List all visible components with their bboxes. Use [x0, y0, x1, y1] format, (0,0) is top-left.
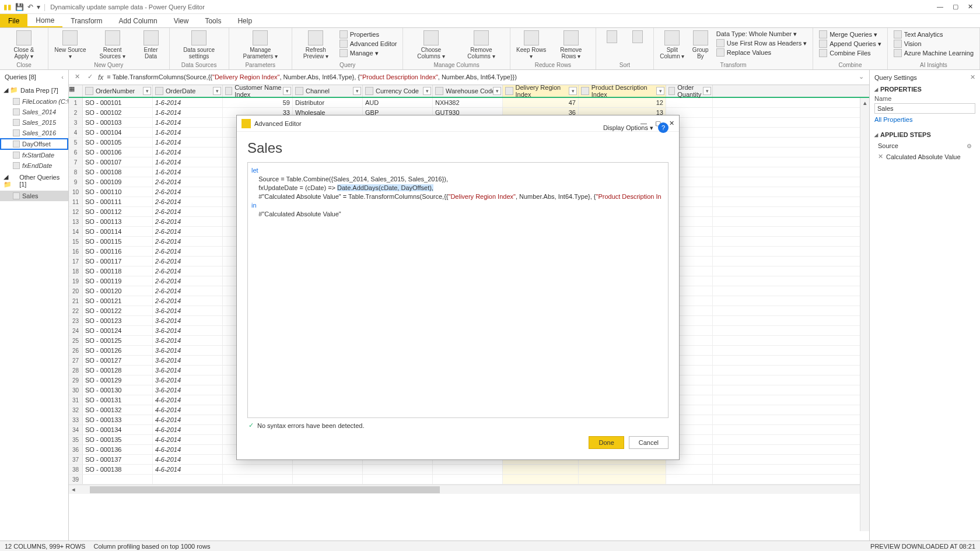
row-number[interactable]: 12	[69, 207, 83, 216]
cell[interactable]: 3-6-2014	[153, 306, 223, 315]
cell[interactable]: SO - 000136	[83, 445, 153, 454]
tab-add-column[interactable]: Add Column	[111, 14, 166, 27]
accept-formula-icon[interactable]: ✓	[85, 73, 94, 82]
column-header-customer-name-index[interactable]: Customer Name Index▾	[223, 85, 293, 97]
cell[interactable]: 4-6-2014	[153, 395, 223, 405]
row-number[interactable]: 15	[69, 237, 83, 246]
row-number[interactable]: 36	[69, 445, 83, 454]
choose-columns-button[interactable]: Choose Columns ▾	[407, 29, 455, 61]
cell[interactable]	[363, 475, 433, 484]
cell[interactable]: 4-6-2014	[153, 465, 223, 474]
cell[interactable]: SO - 000120	[83, 286, 153, 296]
cell[interactable]: SO - 000124	[83, 326, 153, 335]
cell[interactable]: SO - 000133	[83, 415, 153, 424]
step-calc-abs[interactable]: ✕Calculated Absolute Value	[874, 151, 975, 162]
row-number[interactable]: 5	[69, 138, 83, 147]
column-header-channel[interactable]: Channel▾	[293, 85, 363, 97]
cell[interactable]: SO - 000111	[83, 197, 153, 206]
row-number[interactable]: 10	[69, 187, 83, 196]
remove-rows-button[interactable]: Remove Rows ▾	[550, 29, 592, 61]
all-properties-link[interactable]: All Properties	[874, 116, 975, 123]
cell[interactable]: SO - 000103	[83, 118, 153, 127]
filter-icon[interactable]: ▾	[493, 87, 501, 95]
row-number[interactable]: 33	[69, 415, 83, 424]
row-number[interactable]: 6	[69, 148, 83, 157]
row-number[interactable]: 17	[69, 257, 83, 266]
cell[interactable]: SO - 000118	[83, 266, 153, 276]
cell[interactable]	[223, 465, 293, 474]
filter-icon[interactable]: ▾	[569, 87, 577, 95]
cell[interactable]: SO - 000130	[83, 385, 153, 395]
cell[interactable]: SO - 000110	[83, 187, 153, 196]
row-number[interactable]: 37	[69, 455, 83, 464]
cell[interactable]: 47	[503, 98, 579, 107]
undo-icon[interactable]: ↶	[27, 3, 33, 11]
cell[interactable]: Distributor	[293, 98, 363, 107]
row-number[interactable]: 38	[69, 465, 83, 474]
replace-values-button[interactable]: Replace Values	[715, 48, 808, 57]
cell[interactable]: 2-6-2014	[153, 237, 223, 246]
row-number[interactable]: 4	[69, 128, 83, 137]
column-header-product-description-index[interactable]: Product Description Index▾	[579, 85, 666, 97]
cell[interactable]: 2-6-2014	[153, 217, 223, 226]
table-row[interactable]: 1SO - 0001011-6-201459DistributorAUDNXH3…	[69, 98, 869, 108]
cell[interactable]: SO - 000109	[83, 177, 153, 187]
cell[interactable]	[666, 475, 713, 484]
row-number[interactable]: 20	[69, 286, 83, 296]
row-number[interactable]: 18	[69, 266, 83, 276]
query-item-filelocation-c-[interactable]: FileLocation (C:\...	[0, 96, 68, 107]
maximize-button[interactable]: ▢	[953, 3, 958, 10]
filter-icon[interactable]: ▾	[213, 87, 221, 95]
query-item-sales-2014[interactable]: Sales_2014	[0, 107, 68, 117]
cell[interactable]: SO - 000102	[83, 108, 153, 117]
row-number[interactable]: 34	[69, 425, 83, 434]
cell[interactable]: 4-6-2014	[153, 455, 223, 464]
filter-icon[interactable]: ▾	[283, 87, 291, 95]
close-window-button[interactable]: ✕	[968, 3, 973, 10]
cell[interactable]: 12	[579, 98, 666, 107]
cell[interactable]: 4-6-2014	[153, 445, 223, 454]
cell[interactable]	[293, 465, 363, 474]
display-options-button[interactable]: Display Options ▾	[603, 124, 653, 132]
cell[interactable]: 1-6-2014	[153, 108, 223, 117]
sort-asc-button[interactable]	[600, 29, 624, 45]
cell[interactable]	[579, 465, 666, 474]
cell[interactable]: SO - 000119	[83, 276, 153, 286]
grid-corner[interactable]: ▦	[69, 85, 83, 97]
row-number[interactable]: 3	[69, 118, 83, 127]
row-number[interactable]: 35	[69, 435, 83, 444]
tab-file[interactable]: File	[0, 14, 27, 27]
row-number[interactable]: 11	[69, 197, 83, 206]
cell[interactable]	[666, 465, 713, 474]
cell[interactable]: 3-6-2014	[153, 385, 223, 395]
cell[interactable]: SO - 000104	[83, 128, 153, 137]
redo-icon[interactable]: ▾	[37, 3, 40, 11]
cell[interactable]: 1-6-2014	[153, 98, 223, 107]
tab-view[interactable]: View	[166, 14, 197, 27]
query-item-dayoffset[interactable]: DayOffset	[0, 138, 68, 150]
cell[interactable]: SO - 000127	[83, 356, 153, 365]
recent-sources-button[interactable]: Recent Sources ▾	[90, 29, 135, 61]
cell[interactable]	[503, 465, 579, 474]
cell[interactable]: 1-6-2014	[153, 138, 223, 147]
done-button[interactable]: Done	[589, 436, 624, 449]
group-by-button[interactable]: Group By	[688, 29, 713, 61]
cell[interactable]: 2-6-2014	[153, 276, 223, 286]
filter-icon[interactable]: ▾	[143, 87, 151, 95]
cell[interactable]: 59	[223, 98, 293, 107]
cell[interactable]: 2-6-2014	[153, 187, 223, 196]
row-number[interactable]: 21	[69, 296, 83, 306]
row-number[interactable]: 22	[69, 306, 83, 315]
new-source-button[interactable]: New Source ▾	[52, 29, 89, 61]
cell[interactable]: SO - 000138	[83, 465, 153, 474]
help-icon[interactable]: ?	[658, 122, 668, 133]
cell[interactable]	[293, 475, 363, 484]
cell[interactable]	[579, 475, 666, 484]
step-source[interactable]: Source⚙	[874, 141, 975, 151]
append-queries-button[interactable]: Append Queries ▾	[818, 40, 883, 48]
cell[interactable]: SO - 000137	[83, 455, 153, 464]
refresh-preview-button[interactable]: Refresh Preview ▾	[296, 29, 336, 61]
vision-button[interactable]: Vision	[892, 40, 975, 48]
cell[interactable]: 2-6-2014	[153, 197, 223, 206]
query-group-dataprep[interactable]: ◢ 📁 Data Prep [7]	[0, 84, 68, 96]
